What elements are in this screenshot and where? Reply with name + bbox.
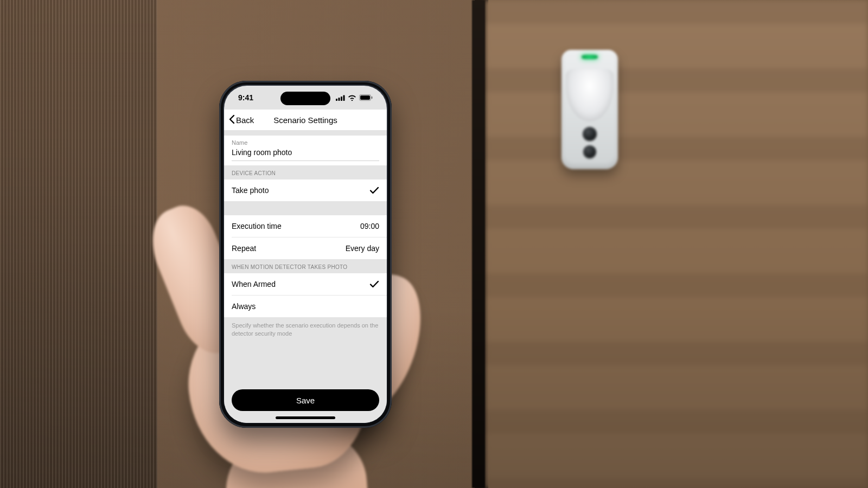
name-field-label: Name xyxy=(232,139,379,146)
scene-background: 9:41 Bac xyxy=(0,0,868,488)
battery-icon xyxy=(359,94,373,101)
back-button[interactable]: Back xyxy=(228,114,254,126)
cellular-icon xyxy=(336,95,345,101)
trigger-when-armed[interactable]: When Armed xyxy=(224,273,387,295)
save-button-label: Save xyxy=(296,396,315,405)
checkmark-icon xyxy=(369,280,379,288)
execution-time-row[interactable]: Execution time 09:00 xyxy=(224,215,387,237)
nav-bar: Back Scenario Settings xyxy=(224,110,387,130)
wall-panel-right xyxy=(485,0,868,488)
device-action-label: Take photo xyxy=(232,186,269,195)
status-bar: 9:41 xyxy=(224,86,387,110)
wifi-icon xyxy=(348,95,356,101)
trigger-helper-text: Specify whether the scenario execution d… xyxy=(224,317,387,338)
name-card: Name xyxy=(224,136,387,165)
svg-rect-0 xyxy=(336,99,337,101)
execution-time-value: 09:00 xyxy=(360,222,379,230)
checkmark-icon xyxy=(369,187,379,194)
device-action-card: Take photo xyxy=(224,179,387,201)
wall-panel-left xyxy=(0,0,157,488)
trigger-card: When Armed Always xyxy=(224,273,387,317)
repeat-value: Every day xyxy=(346,244,379,253)
schedule-card: Execution time 09:00 Repeat Every day xyxy=(224,215,387,259)
repeat-row[interactable]: Repeat Every day xyxy=(224,237,387,259)
save-button[interactable]: Save xyxy=(232,389,379,411)
device-action-take-photo[interactable]: Take photo xyxy=(224,179,387,201)
door-frame-gap xyxy=(472,0,485,488)
device-action-header: DEVICE ACTION xyxy=(224,165,387,179)
svg-rect-3 xyxy=(343,95,345,101)
svg-rect-6 xyxy=(372,97,373,99)
execution-time-label: Execution time xyxy=(232,222,282,230)
back-label: Back xyxy=(236,115,254,125)
svg-rect-2 xyxy=(341,97,342,101)
phone-screen: 9:41 Bac xyxy=(224,86,387,423)
trigger-header: WHEN MOTION DETECTOR TAKES PHOTO xyxy=(224,259,387,273)
trigger-always[interactable]: Always xyxy=(224,296,387,317)
motion-detector-device xyxy=(561,50,618,169)
chevron-left-icon xyxy=(228,114,235,126)
svg-rect-5 xyxy=(360,95,370,100)
status-time: 9:41 xyxy=(238,93,253,102)
phone-frame: 9:41 Bac xyxy=(219,81,392,428)
home-indicator xyxy=(276,416,335,419)
repeat-label: Repeat xyxy=(232,244,256,253)
name-input[interactable] xyxy=(232,146,379,161)
trigger-always-label: Always xyxy=(232,302,256,311)
screen-content: Name DEVICE ACTION Take photo xyxy=(224,130,387,423)
svg-rect-1 xyxy=(339,98,340,101)
trigger-when-armed-label: When Armed xyxy=(232,280,276,288)
